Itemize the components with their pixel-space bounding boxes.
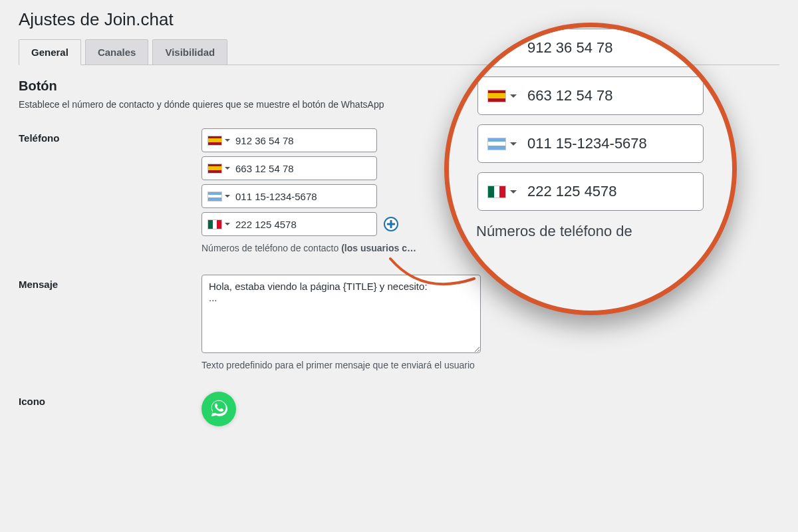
country-picker[interactable] [207, 192, 235, 201]
lens-phone-field: 011 15-1234-5678 [477, 124, 704, 163]
phone-hint-text: Números de teléfono de contacto [201, 243, 341, 253]
row-icon: Icono [19, 392, 779, 426]
phone-input[interactable] [235, 135, 371, 146]
country-picker[interactable] [207, 219, 235, 229]
label-phone: Teléfono [19, 128, 201, 144]
flag-ar-icon [207, 192, 222, 201]
chevron-down-icon [225, 223, 230, 225]
chevron-down-icon [510, 94, 517, 98]
chevron-down-icon [510, 190, 517, 194]
lens-phone-field: 222 125 4578 [477, 172, 704, 211]
country-picker[interactable] [207, 164, 235, 174]
lens-phone-value: 912 36 54 78 [517, 39, 612, 57]
flag-es-icon [207, 136, 222, 146]
phone-field[interactable] [201, 212, 377, 236]
lens-phone-value: 011 15-1234-5678 [517, 135, 647, 152]
chevron-down-icon [225, 139, 230, 142]
phone-input[interactable] [235, 191, 371, 202]
page-title: Ajustes de Join.chat [19, 9, 779, 30]
chevron-down-icon [510, 142, 517, 146]
whatsapp-icon [209, 398, 229, 420]
tab-canales[interactable]: Canales [85, 39, 149, 65]
label-message: Mensaje [19, 275, 201, 290]
message-hint: Texto predefinido para el primer mensaje… [201, 360, 779, 370]
phone-field[interactable] [201, 128, 377, 152]
flag-mx-icon [487, 186, 506, 198]
add-phone-button[interactable] [384, 217, 398, 231]
lens-hint-fragment: Números de teléfono de [471, 220, 710, 240]
chevron-down-icon [225, 195, 230, 198]
phone-input[interactable] [235, 163, 371, 174]
tab-general[interactable]: General [19, 39, 81, 65]
zoom-lens-callout: …ieres qu… 912 36 54 78 663 12 54 78 011… [444, 23, 737, 315]
lens-phone-value: 663 12 54 78 [517, 87, 612, 104]
phone-hint-bold: (los usuarios c… [341, 243, 416, 253]
message-textarea[interactable] [201, 275, 481, 353]
lens-phone-value: 222 125 4578 [517, 183, 617, 200]
country-picker[interactable] [207, 136, 235, 146]
whatsapp-icon-picker[interactable] [201, 392, 236, 426]
label-icon: Icono [19, 392, 201, 407]
chevron-down-icon [510, 47, 517, 50]
flag-ar-icon [487, 138, 506, 150]
flag-mx-icon [207, 219, 222, 229]
phone-field[interactable] [201, 156, 377, 180]
chevron-down-icon [225, 167, 230, 170]
flag-es-icon [207, 164, 222, 174]
flag-es-icon [487, 90, 506, 102]
phone-field[interactable] [201, 184, 377, 208]
phone-input[interactable] [235, 219, 371, 230]
lens-phone-field: 663 12 54 78 [477, 76, 704, 115]
tab-visibilidad[interactable]: Visibilidad [152, 39, 227, 65]
